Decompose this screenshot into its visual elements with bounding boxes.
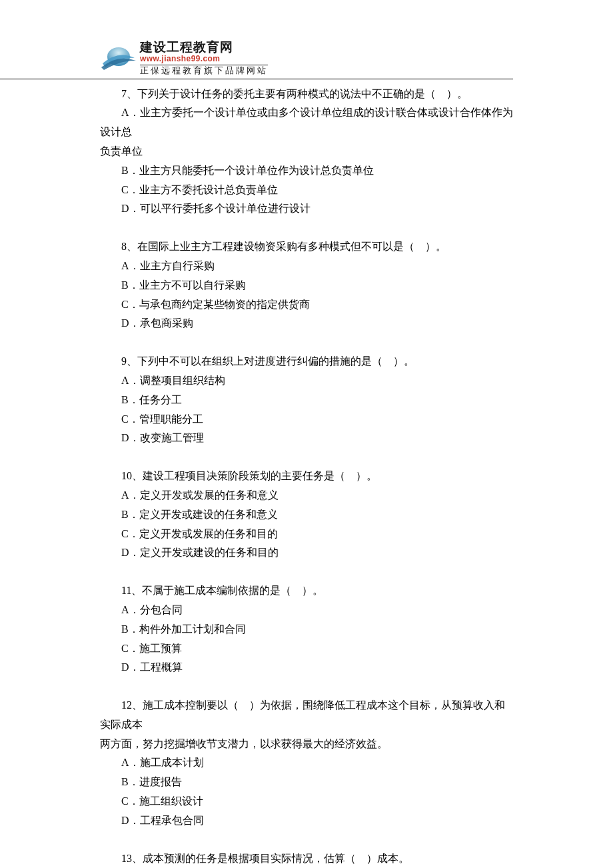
- option-d: D．可以平行委托多个设计单位进行设计: [100, 199, 513, 219]
- option-b: B．业主方只能委托一个设计单位作为设计总负责单位: [100, 161, 513, 181]
- option-c: C．施工预算: [100, 639, 513, 659]
- option-b: B．构件外加工计划和合同: [100, 620, 513, 639]
- question-block: 8、在国际上业主方工程建设物资采购有多种模式但不可以是（ ）。 A．业主方自行采…: [100, 237, 513, 333]
- question-stem-continuation: 负责单位: [100, 142, 513, 161]
- question-stem: A．业主方委托一个设计单位或由多个设计单位组成的设计联合体或设计合作体作为设计总: [100, 103, 513, 142]
- question-stem-continuation: 两方面，努力挖掘增收节支潜力，以求获得最大的经济效益。: [100, 735, 513, 754]
- question-stem: 10、建设工程项目决策阶段策划的主要任务是（ ）。: [100, 467, 513, 486]
- question-block: 11、不属于施工成本编制依据的是（ ）。 A．分包合同 B．构件外加工计划和合同…: [100, 581, 513, 677]
- option-a: A．调整项目组织结构: [100, 371, 513, 391]
- option-a: A．业主方自行采购: [100, 257, 513, 276]
- page-header: 建设工程教育网 www.jianshe99.com 正保远程教育旗下品牌网站: [0, 40, 513, 79]
- logo-block: 建设工程教育网 www.jianshe99.com 正保远程教育旗下品牌网站: [100, 40, 513, 76]
- option-d: D．定义开发或建设的任务和目的: [100, 543, 513, 563]
- option-b: B．进度报告: [100, 773, 513, 792]
- question-block: 12、施工成本控制要以（ ）为依据，围绕降低工程成本这个目标，从预算收入和实际成…: [100, 696, 513, 831]
- question-stem: 8、在国际上业主方工程建设物资采购有多种模式但不可以是（ ）。: [100, 237, 513, 257]
- option-b: B．定义开发或建设的任务和意义: [100, 505, 513, 525]
- option-c: C．管理职能分工: [100, 410, 513, 429]
- option-a: A．定义开发或发展的任务和意义: [100, 486, 513, 505]
- logo-url: www.jianshe99.com: [140, 55, 268, 64]
- option-c: C．业主方不委托设计总负责单位: [100, 181, 513, 200]
- option-c: C．施工组织设计: [100, 792, 513, 811]
- option-c: C．定义开发或发展的任务和目的: [100, 525, 513, 544]
- option-d: D．工程承包合同: [100, 811, 513, 831]
- logo-text: 建设工程教育网 www.jianshe99.com 正保远程教育旗下品牌网站: [140, 40, 268, 76]
- question-stem: 9、下列中不可以在组织上对进度进行纠偏的措施的是（ ）。: [100, 352, 513, 371]
- question-stem: 12、施工成本控制要以（ ）为依据，围绕降低工程成本这个目标，从预算收入和实际成…: [100, 696, 513, 735]
- question-block: 13、成本预测的任务是根据项目实际情况，估算（ ）成本。 A．当前阶段 B．本年…: [100, 849, 513, 868]
- question-block: 9、下列中不可以在组织上对进度进行纠偏的措施的是（ ）。 A．调整项目组织结构 …: [100, 352, 513, 448]
- question-stem: 11、不属于施工成本编制依据的是（ ）。: [100, 581, 513, 601]
- option-c: C．与承包商约定某些物资的指定供货商: [100, 295, 513, 315]
- option-d: D．工程概算: [100, 658, 513, 677]
- question-stem: 7、下列关于设计任务的委托主要有两种模式的说法中不正确的是（ ）。: [100, 85, 513, 104]
- logo-tagline: 正保远程教育旗下品牌网站: [140, 65, 268, 76]
- option-a: A．分包合同: [100, 601, 513, 620]
- question-block: 7、下列关于设计任务的委托主要有两种模式的说法中不正确的是（ ）。 A．业主方委…: [100, 85, 513, 219]
- question-block: 10、建设工程项目决策阶段策划的主要任务是（ ）。 A．定义开发或发展的任务和意…: [100, 467, 513, 563]
- option-a: A．施工成本计划: [100, 753, 513, 773]
- option-b: B．业主方不可以自行采购: [100, 276, 513, 295]
- logo-title: 建设工程教育网: [140, 40, 268, 55]
- question-stem: 13、成本预测的任务是根据项目实际情况，估算（ ）成本。: [100, 849, 513, 868]
- option-d: D．改变施工管理: [100, 429, 513, 448]
- option-b: B．任务分工: [100, 391, 513, 410]
- option-d: D．承包商采购: [100, 314, 513, 333]
- content-area: 7、下列关于设计任务的委托主要有两种模式的说法中不正确的是（ ）。 A．业主方委…: [0, 85, 613, 868]
- logo-swoosh-icon: [100, 45, 137, 71]
